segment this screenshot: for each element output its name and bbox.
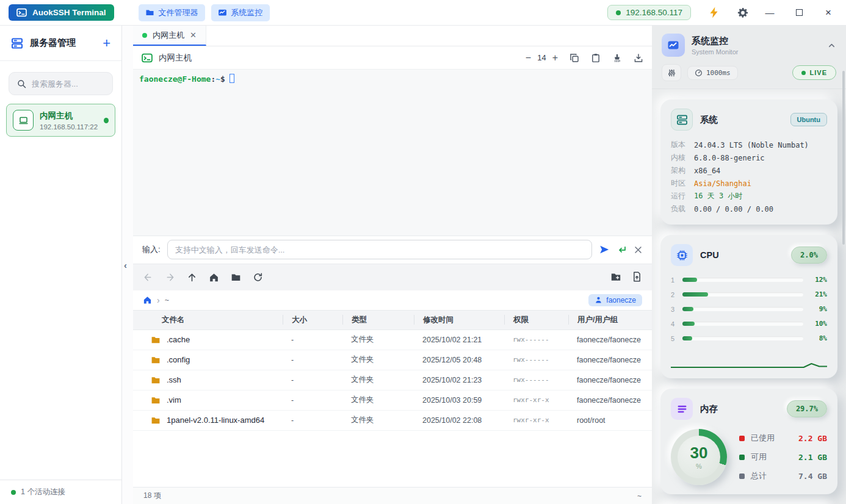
legend-value: 7.4 GB — [798, 472, 827, 481]
interval-value: 1000ms — [706, 69, 731, 77]
nav-file-manager[interactable]: 文件管理器 — [139, 4, 205, 21]
file-modified: 2025/10/02 21:23 — [414, 376, 504, 384]
legend-value: 2.2 GB — [798, 434, 827, 443]
folder-icon — [151, 355, 161, 365]
session-status-dot — [142, 33, 147, 38]
server-item[interactable]: 内网主机 192.168.50.117:22 — [6, 104, 115, 137]
new-folder-icon[interactable] — [610, 272, 621, 283]
file-name: .config — [167, 355, 190, 364]
collapse-sidebar-handle[interactable]: ‹ — [124, 260, 127, 270]
monitor-icon — [13, 110, 34, 131]
system-info-row: 内核6.8.0-88-generic — [671, 151, 827, 164]
column-header-size[interactable]: 大小 — [283, 315, 342, 325]
system-info-row: 架构x86_64 — [671, 164, 827, 177]
table-row[interactable]: 1panel-v2.0.11-linux-amd64-文件夹2025/10/02… — [133, 411, 652, 431]
folder-icon[interactable] — [231, 272, 241, 283]
legend-color-swatch — [739, 436, 745, 441]
table-row[interactable]: .vim-文件夹2025/10/03 20:59rwxr-xr-xfaonecz… — [133, 391, 652, 411]
table-row[interactable]: .config-文件夹2025/12/05 20:48rwx------faon… — [133, 350, 652, 370]
minimize-button[interactable]: — — [761, 5, 779, 21]
app-logo: AuokSSH Terminal — [9, 4, 114, 21]
core-bar-fill — [682, 322, 695, 326]
breadcrumb-path[interactable]: ~ — [165, 296, 169, 304]
prompt-user-host: faonecze@F-Home — [139, 74, 211, 84]
core-percent: 8% — [809, 334, 827, 342]
live-badge[interactable]: LIVE — [792, 65, 836, 80]
server-search-box — [9, 72, 113, 95]
sliders-icon[interactable] — [662, 64, 681, 81]
file-modified: 2025/10/02 22:08 — [414, 416, 504, 425]
connection-ip-badge[interactable]: 192.168.50.117 — [607, 5, 691, 20]
nav-system-monitor[interactable]: 系统监控 — [211, 4, 270, 21]
system-monitor-panel: 系统监控 System Monitor 1000ms LIVE — [652, 26, 846, 504]
send-icon[interactable] — [599, 244, 610, 255]
font-decrease-button[interactable]: − — [526, 53, 531, 63]
gear-icon[interactable] — [736, 6, 750, 20]
maximize-button[interactable] — [790, 5, 808, 21]
cpu-card: CPU 2.0% 112%221%39%410%58% — [660, 235, 837, 378]
file-owner: root/root — [568, 416, 652, 425]
server-stack-icon — [671, 109, 693, 131]
tab-label: 内网主机 — [153, 30, 184, 41]
refresh-interval-badge[interactable]: 1000ms — [687, 66, 738, 80]
titlebar: AuokSSH Terminal 文件管理器 系统监控 192.168.50.1… — [0, 0, 846, 26]
chevron-up-icon[interactable] — [827, 41, 836, 50]
tab-close-icon[interactable]: ✕ — [190, 31, 197, 40]
lightning-icon[interactable] — [707, 6, 720, 20]
core-bar-track — [682, 336, 803, 340]
session-tab[interactable]: 内网主机 ✕ — [133, 26, 206, 46]
file-type: 文件夹 — [342, 415, 414, 425]
sidebar-header: 服务器管理 + — [0, 26, 121, 61]
item-count: 18 项 — [143, 491, 161, 501]
column-header-perm[interactable]: 权限 — [504, 315, 568, 325]
table-row[interactable]: .cache-文件夹2025/10/02 21:21rwx------faone… — [133, 330, 652, 350]
breadcrumb-separator: › — [157, 295, 160, 305]
memory-gauge-unit: % — [696, 463, 702, 470]
input-label: 输入: — [142, 244, 161, 255]
font-increase-button[interactable]: + — [552, 53, 558, 63]
download-icon[interactable] — [634, 53, 643, 63]
prompt-dollar: $ — [220, 74, 225, 84]
cpu-core-row: 112% — [671, 276, 827, 284]
memory-gauge-value: 30 — [690, 445, 708, 461]
sidebar-title: 服务器管理 — [30, 37, 96, 49]
maximize-icon — [796, 9, 803, 16]
column-header-name[interactable]: 文件名 — [133, 315, 283, 325]
refresh-icon[interactable] — [253, 272, 263, 283]
column-header-owner[interactable]: 用户/用户组 — [568, 315, 652, 325]
current-user-badge[interactable]: faonecze — [588, 294, 642, 306]
cpu-card-title: CPU — [700, 250, 719, 260]
close-input-icon[interactable] — [634, 245, 643, 254]
breadcrumb-home-icon[interactable] — [143, 295, 152, 304]
current-user-name: faonecze — [606, 296, 636, 304]
add-server-button[interactable]: + — [103, 37, 110, 50]
search-input[interactable] — [32, 79, 104, 88]
close-button[interactable]: × — [819, 5, 837, 21]
forward-icon[interactable] — [165, 272, 175, 283]
home-icon[interactable] — [209, 272, 219, 283]
legend-label: 已使用 — [751, 433, 775, 444]
folder-icon — [145, 8, 154, 17]
file-type: 文件夹 — [342, 375, 414, 385]
app-title: AuokSSH Terminal — [32, 8, 106, 17]
new-file-icon[interactable] — [632, 272, 642, 283]
column-header-modified[interactable]: 修改时间 — [414, 315, 504, 325]
enter-icon[interactable] — [616, 245, 627, 255]
table-row[interactable]: .ssh-文件夹2025/10/02 21:23rwx------faonecz… — [133, 370, 652, 391]
up-directory-icon[interactable] — [187, 272, 197, 283]
file-modified: 2025/10/03 20:59 — [414, 396, 504, 405]
command-input[interactable] — [167, 240, 592, 259]
copy-icon[interactable] — [569, 53, 579, 63]
column-header-type[interactable]: 类型 — [342, 315, 414, 325]
monitor-scrollbar[interactable] — [842, 71, 845, 245]
terminal-icon — [16, 7, 27, 18]
paste-icon[interactable] — [591, 53, 601, 63]
core-bar-track — [682, 292, 803, 297]
terminal-output[interactable]: faonecze@F-Home:~$ — [133, 70, 652, 236]
info-value: 24.04.3 LTS (Noble Numbat) — [694, 141, 809, 149]
monitor-header: 系统监控 System Monitor 1000ms LIVE — [652, 26, 846, 89]
core-percent: 10% — [809, 320, 827, 328]
clear-brush-icon[interactable] — [612, 53, 622, 63]
back-icon[interactable] — [143, 272, 153, 283]
memory-legend-row: 总计7.4 GB — [739, 470, 827, 481]
